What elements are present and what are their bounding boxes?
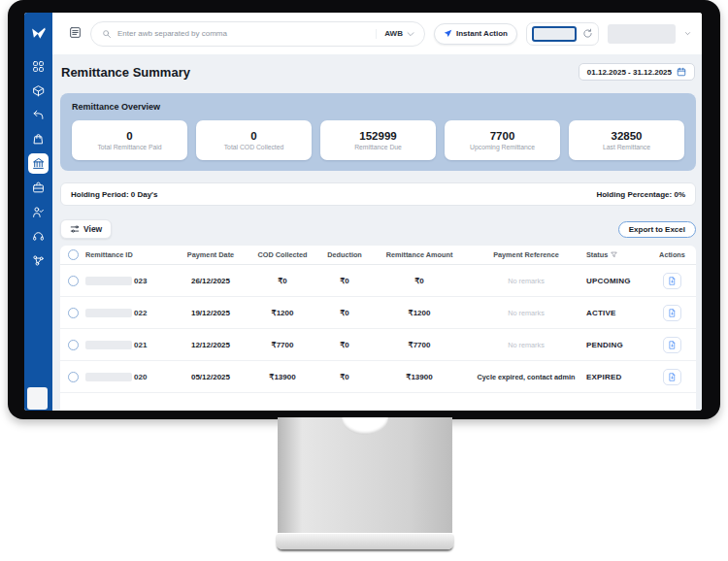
download-report-button[interactable] [663,369,681,385]
table-row: 021 12/12/2025 ₹7700 ₹0 ₹7700 No remarks… [60,329,696,361]
bank-icon [32,157,45,170]
topbar: AWB Instant Action [52,13,702,54]
page-head: Remittance Summary 01.12.2025 - 31.12.20… [61,61,695,82]
remittance-id-cell: 023 [85,277,147,285]
brand-logo-icon [30,25,47,42]
dashboard-icon [32,60,45,73]
stat-value: 152999 [359,130,396,142]
sidebar-item-dashboard[interactable] [24,54,52,79]
sidebar-item-support[interactable] [24,224,52,248]
status-badge: PENDING [586,341,623,349]
payment-date: 19/12/2025 [191,309,230,317]
rocket-icon [444,29,452,38]
sidebar-item-remittance[interactable] [24,151,52,176]
stat-value: 0 [250,130,256,142]
sidebar-bottom-widget[interactable] [27,387,48,410]
download-report-button[interactable] [663,337,681,353]
calendar-icon [677,67,686,77]
select-all-checkbox[interactable] [68,249,79,260]
status-badge: EXPIRED [586,373,622,381]
view-button[interactable]: View [60,219,112,239]
content: Remittance Summary 01.12.2025 - 31.12.20… [52,54,702,411]
col-payment-date: Payment Date [187,250,234,259]
page-title: Remittance Summary [61,65,190,80]
person-check-icon [32,206,45,218]
id-suffix: 023 [134,277,147,285]
sidebar-item-services[interactable] [24,248,52,273]
file-download-icon [668,308,677,318]
instant-action-button[interactable]: Instant Action [434,23,517,45]
monitor-stand-neck [278,417,452,533]
id-redacted [85,341,132,349]
refresh-icon[interactable] [582,28,593,39]
stat-value: 7700 [490,130,515,142]
payment-reference: No remarks [508,309,545,317]
sidebar-item-kyc[interactable] [24,200,52,224]
payment-reference: No remarks [508,277,545,285]
stat-label: Last Remittance [603,144,650,150]
brand-logo[interactable] [24,13,52,54]
table-row: 020 05/12/2025 ₹13900 ₹0 ₹13900 Cycle ex… [60,361,696,393]
payment-reference: No remarks [508,341,545,349]
overview-cards: 0 Total Remittance Paid 0 Total COD Coll… [72,120,684,160]
payment-date: 26/12/2025 [191,277,230,285]
file-download-icon [668,340,677,350]
id-redacted [85,277,132,285]
stand-cable-notch [342,417,388,435]
download-report-button[interactable] [663,305,681,321]
remittance-amount: ₹0 [414,277,424,285]
col-cod-collected: COD Collected [257,250,307,259]
holding-period: Holding Period: 0 Day's [71,190,157,199]
holding-percentage: Holding Percentage: 0% [596,190,685,199]
row-checkbox[interactable] [68,372,79,382]
cod-collected: ₹0 [278,277,287,285]
sidebar-item-inventory[interactable] [24,176,52,200]
sidebar-item-orders[interactable] [24,127,52,151]
row-checkbox[interactable] [68,340,79,350]
sidebar-item-returns[interactable] [24,103,52,127]
awb-type-dropdown[interactable]: AWB [376,29,415,39]
stat-card-total-cod-collected: 0 Total COD Collected [196,120,312,160]
stat-label: Total Remittance Paid [97,144,161,150]
row-checkbox[interactable] [68,276,79,286]
wallet-balance-redacted[interactable] [532,26,577,42]
table-header: Remittance ID Payment Date COD Collected… [60,246,696,265]
sidebar-item-shipments[interactable] [24,79,52,103]
stat-label: Total COD Collected [224,144,284,150]
view-label: View [83,224,102,234]
status-badge: UPCOMING [586,277,631,285]
filter-icon[interactable] [611,251,617,258]
stat-label: Remittance Due [354,144,402,150]
profile-chevron-down-icon[interactable] [684,30,691,37]
download-report-button[interactable] [663,273,681,289]
search-icon [102,29,112,39]
file-download-icon [668,372,677,382]
remittance-overview-panel: Remittance Overview 0 Total Remittance P… [60,93,696,171]
services-icon [32,254,45,267]
stat-card-remittance-due: 152999 Remittance Due [320,120,436,160]
instant-action-label: Instant Action [456,29,508,38]
col-remittance-amount: Remittance Amount [386,250,453,259]
table-row: 022 19/12/2025 ₹1200 ₹0 ₹1200 No remarks… [60,297,696,329]
deduction: ₹0 [340,341,349,349]
table-row: 023 26/12/2025 ₹0 ₹0 ₹0 No remarks UPCOM… [60,265,696,297]
row-checkbox[interactable] [68,308,79,318]
status-header-label: Status [586,250,608,259]
cod-collected: ₹1200 [272,309,294,317]
date-range-picker[interactable]: 01.12.2025 - 31.12.2025 [579,63,695,81]
col-deduction: Deduction [327,250,362,259]
table-toolbar: View Export to Excel [60,219,696,239]
sliders-icon [70,224,80,234]
main-area: AWB Instant Action Remittance Summary 01… [52,13,702,411]
search-input[interactable] [117,29,370,38]
col-remittance-id: Remittance ID [85,250,133,259]
active-nav-pill [28,153,49,174]
remittance-amount: ₹7700 [409,341,431,349]
id-suffix: 021 [134,341,147,349]
profile-redacted[interactable] [608,24,676,44]
briefcase-icon [32,182,45,194]
package-icon [32,84,45,97]
export-to-excel-button[interactable]: Export to Excel [618,221,696,238]
headset-icon [32,230,45,243]
menu-button[interactable] [69,25,82,43]
